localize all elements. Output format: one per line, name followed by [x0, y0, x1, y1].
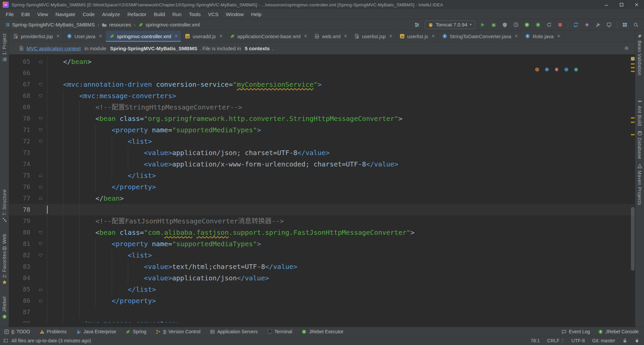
editor-line-82[interactable]: 82 <list> — [9, 250, 635, 261]
tab-close-icon[interactable]: ✕ — [174, 34, 178, 39]
tool-window-button-spring[interactable]: Spring — [125, 329, 146, 334]
update-application-button[interactable] — [573, 21, 579, 28]
editor-line-80[interactable]: 80 <bean class="com.alibaba.fastjson.sup… — [9, 227, 635, 238]
file-encoding-widget[interactable]: UTF-8 — [572, 338, 585, 343]
tab-close-icon[interactable]: ✕ — [304, 34, 307, 39]
browser-chrome-icon[interactable] — [545, 67, 549, 72]
editor-line-67[interactable]: 67 <mvc:annotation-driven conversion-ser… — [9, 79, 635, 90]
fold-start-icon[interactable] — [34, 136, 47, 147]
tool-stripe-2-favorites[interactable]: 2: Favorites — [0, 251, 9, 285]
menu-help[interactable]: Help — [248, 11, 265, 17]
contexts-settings-gear-icon[interactable] — [624, 46, 629, 51]
tab-close-icon[interactable]: ✕ — [219, 34, 223, 39]
sync-button[interactable] — [606, 21, 612, 28]
tool-stripe-7-structure[interactable]: 7: Structure — [0, 189, 9, 222]
fold-start-icon[interactable] — [34, 124, 47, 136]
tool-window-button-event-log[interactable]: Event Log — [561, 329, 590, 334]
editor-line-83[interactable]: 83 <value>text/html;charset=UTF-8</value… — [9, 261, 635, 272]
fold-end-icon[interactable] — [34, 56, 47, 67]
run-config-settings-icon[interactable] — [414, 21, 420, 28]
search-everywhere-button[interactable] — [633, 21, 639, 28]
fold-start-icon[interactable] — [34, 250, 47, 261]
breadcrumb-springmvc-controller-xml[interactable]: springmvc-controller.xml — [138, 22, 201, 27]
editor-line-87[interactable]: 87 — [9, 306, 635, 318]
run-configuration-select[interactable]: Tomcat 7.0.94▾ — [425, 20, 475, 29]
minimize-button[interactable] — [599, 0, 614, 9]
menu-vcs[interactable]: VCS — [204, 11, 222, 17]
editor-line-70[interactable]: 70 <bean class="org.springframework.http… — [9, 113, 635, 124]
tool-stripe-1-project[interactable]: 1: Project — [0, 33, 9, 62]
fold-start-icon[interactable] — [34, 90, 47, 101]
browser-opera-icon[interactable] — [554, 67, 559, 72]
tool-stripe-ant-build[interactable]: Ant Build — [635, 99, 644, 126]
tab-close-icon[interactable]: ✕ — [432, 34, 435, 39]
tab-applicationContext-base.xml[interactable]: applicationContext-base.xml✕ — [226, 30, 311, 42]
stop-button[interactable] — [557, 21, 564, 28]
tab-User.java[interactable]: CUser.java✕ — [63, 30, 106, 42]
editor-line-86[interactable]: 86 </property> — [9, 295, 635, 306]
fold-start-icon[interactable] — [34, 227, 47, 238]
tab-close-icon[interactable]: ✕ — [56, 34, 60, 39]
inspection-status-indicator[interactable] — [631, 57, 635, 61]
tool-window-button-6-todo[interactable]: 6: TODO — [4, 329, 30, 334]
close-button[interactable] — [629, 0, 644, 9]
tool-stripe-database[interactable]: Database — [635, 131, 644, 159]
tab-close-icon[interactable]: ✕ — [515, 34, 518, 39]
tool-window-button-jrebel-executor[interactable]: JRebel Executor — [302, 329, 343, 334]
menu-build[interactable]: Build — [150, 11, 168, 17]
editor-scrollbar[interactable] — [630, 55, 635, 327]
tab-userlist.jsp[interactable]: userlist.jsp✕ — [351, 30, 396, 42]
scrollbar-thumb[interactable] — [631, 207, 635, 271]
fold-end-icon[interactable] — [34, 170, 47, 181]
tool-stripe-maven-projects[interactable]: mMaven Projects — [635, 163, 644, 205]
run-button[interactable] — [479, 21, 486, 28]
menu-analyze[interactable]: Analyze — [98, 11, 123, 17]
run-with-jrebel-button[interactable] — [524, 21, 530, 28]
menu-tools[interactable]: Tools — [185, 11, 204, 17]
tab-web.xml[interactable]: </>web.xml✕ — [311, 30, 351, 42]
tool-window-button-application-servers[interactable]: Application Servers — [210, 329, 258, 334]
jrebel-settings-button[interactable] — [584, 21, 590, 28]
tab-close-icon[interactable]: ✕ — [389, 34, 392, 39]
editor-line-77[interactable]: 77 </bean> — [9, 193, 635, 204]
editor-line-78[interactable]: 78 — [9, 204, 635, 215]
editor-line-84[interactable]: 84 <value>application/json</value> — [9, 272, 635, 284]
editor-line-76[interactable]: 76 </property> — [9, 181, 635, 193]
menu-navigate[interactable]: Navigate — [52, 11, 79, 17]
tab-useradd.js[interactable]: JSuseradd.js✕ — [181, 30, 226, 42]
restart-button[interactable] — [546, 21, 552, 28]
editor-line-79[interactable]: 79 <!--配置FastJsonHttpMessageConverter消息转… — [9, 215, 635, 227]
toggle-tool-stripes-icon[interactable] — [3, 338, 8, 343]
editor-line-65[interactable]: 65 </bean> — [9, 56, 635, 67]
fold-start-icon[interactable] — [34, 238, 47, 250]
settings-wrench-button[interactable] — [595, 21, 601, 28]
editor-line-72[interactable]: 72 <list> — [9, 136, 635, 147]
tab-close-icon[interactable]: ✕ — [344, 34, 347, 39]
menu-view[interactable]: View — [34, 11, 52, 17]
line-separator-widget[interactable]: CRLF — [547, 338, 564, 343]
fold-end-icon[interactable] — [34, 193, 47, 204]
mvc-application-context-link[interactable]: MVC application context — [26, 46, 81, 51]
tool-stripe-bean-validation[interactable]: Bean Validation — [635, 33, 644, 76]
menu-edit[interactable]: Edit — [17, 11, 34, 17]
fold-start-icon[interactable] — [34, 113, 47, 124]
tab-userlist.js[interactable]: JSuserlist.js✕ — [396, 30, 438, 42]
editor-line-68[interactable]: 68 <mvc:message-converters> — [9, 90, 635, 101]
debug-button[interactable] — [490, 21, 497, 28]
debug-with-jrebel-button[interactable] — [535, 21, 541, 28]
fold-end-icon[interactable] — [34, 295, 47, 306]
editor-line-74[interactable]: 74 <value>application/x-www-form-urlenco… — [9, 158, 635, 170]
maximize-button[interactable] — [614, 0, 629, 9]
tool-stripe-jrebel[interactable]: JRebel — [0, 296, 9, 319]
browser-edge-icon[interactable]: e — [574, 67, 578, 72]
menu-run[interactable]: Run — [169, 11, 185, 17]
tab-springmvc-controller.xml[interactable]: springmvc-controller.xml✕ — [106, 30, 181, 42]
breadcrumb-resources[interactable]: resources — [101, 22, 132, 27]
editor-line-75[interactable]: 75 </list> — [9, 170, 635, 181]
fold-end-icon[interactable] — [34, 181, 47, 193]
editor-line-71[interactable]: 71 <property name="supportedMediaTypes"> — [9, 124, 635, 136]
editor-line-69[interactable]: 69 <!--配置StringHttpMessageConverter--> — [9, 101, 635, 113]
tab-close-icon[interactable]: ✕ — [99, 34, 102, 39]
breadcrumb-spring-springmvc-mybatis-smbms[interactable]: Spring-SpringMVC-MyBatis_SMBMS — [4, 22, 96, 27]
editor-line-81[interactable]: 81 <property name="supportedMediaTypes"> — [9, 238, 635, 250]
